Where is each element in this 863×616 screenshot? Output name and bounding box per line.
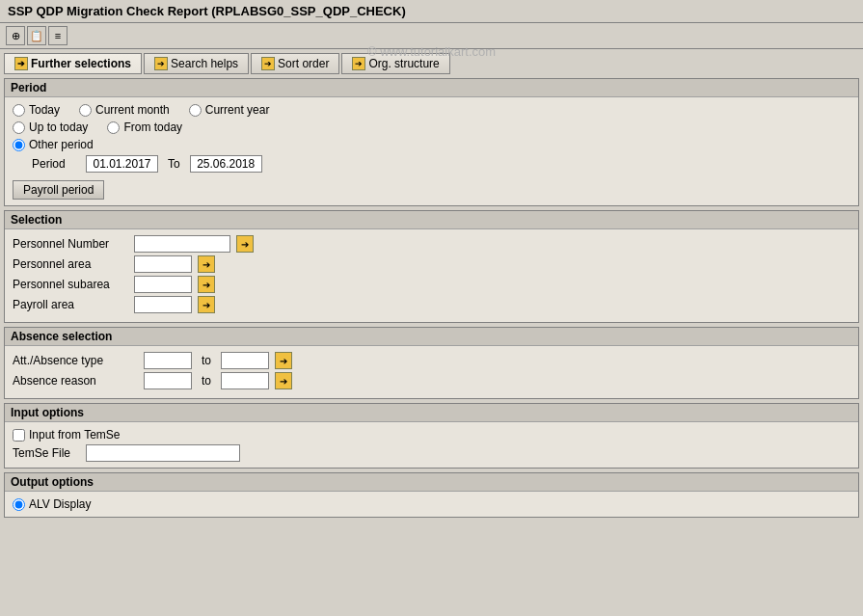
output-options-title: Output options bbox=[5, 473, 858, 492]
back-icon[interactable]: ⊕ bbox=[6, 26, 25, 45]
radio-today[interactable]: Today bbox=[13, 103, 60, 117]
selection-row-personnel-subarea: Personnel subarea ➔ bbox=[13, 276, 850, 293]
info-icon[interactable]: 📋 bbox=[27, 26, 46, 45]
to-label: To bbox=[168, 157, 180, 171]
absence-row-type: Att./Absence type to ➔ bbox=[13, 352, 850, 369]
selection-title: Selection bbox=[5, 211, 858, 229]
payroll-area-label: Payroll area bbox=[13, 298, 128, 311]
personnel-number-input[interactable] bbox=[134, 235, 230, 253]
selection-section: Selection Personnel Number ➔ Personnel a… bbox=[4, 210, 859, 323]
radio-other-period[interactable]: Other period bbox=[13, 138, 94, 151]
toolbar: ⊕ 📋 ≡ © www.tutorialkart.com bbox=[0, 23, 863, 49]
absence-title: Absence selection bbox=[5, 328, 858, 346]
period-from-input[interactable] bbox=[86, 155, 158, 173]
tab-search-helps[interactable]: ➔ Search helps bbox=[144, 53, 249, 74]
personnel-subarea-label: Personnel subarea bbox=[13, 278, 128, 291]
radio-current-month[interactable]: Current month bbox=[79, 103, 170, 117]
personnel-area-arrow-btn[interactable]: ➔ bbox=[198, 255, 215, 273]
payroll-area-input[interactable] bbox=[134, 296, 192, 313]
absence-reason-from[interactable] bbox=[144, 372, 192, 389]
temse-file-label: TemSe File bbox=[13, 446, 80, 460]
personnel-number-arrow-btn[interactable]: ➔ bbox=[236, 235, 254, 253]
personnel-area-label: Personnel area bbox=[13, 257, 128, 271]
absence-reason-label: Absence reason bbox=[13, 374, 138, 388]
absence-reason-to[interactable] bbox=[221, 372, 269, 389]
temse-file-input[interactable] bbox=[86, 444, 240, 462]
alv-display-radio[interactable] bbox=[13, 498, 25, 511]
personnel-number-label: Personnel Number bbox=[13, 237, 128, 251]
absence-reason-to-label: to bbox=[202, 374, 211, 388]
radio-current-year[interactable]: Current year bbox=[189, 103, 270, 117]
selection-row-payroll-area: Payroll area ➔ bbox=[13, 296, 850, 313]
absence-reason-arrow-btn[interactable]: ➔ bbox=[275, 372, 292, 389]
period-title: Period bbox=[5, 79, 858, 97]
att-absence-to-label: to bbox=[202, 354, 211, 367]
input-options-section: Input options Input from TemSe TemSe Fil… bbox=[4, 403, 859, 469]
tab-search-arrow: ➔ bbox=[154, 57, 168, 70]
radio-up-to-today[interactable]: Up to today bbox=[13, 121, 88, 134]
att-absence-type-from[interactable] bbox=[144, 352, 192, 369]
att-absence-type-label: Att./Absence type bbox=[13, 354, 138, 367]
selection-row-personnel-area: Personnel area ➔ bbox=[13, 255, 850, 273]
period-to-input[interactable] bbox=[190, 155, 262, 173]
absence-row-reason: Absence reason to ➔ bbox=[13, 372, 850, 389]
tab-further-selections[interactable]: ➔ Further selections bbox=[4, 53, 142, 74]
period-label: Period bbox=[32, 157, 80, 171]
personnel-subarea-arrow-btn[interactable]: ➔ bbox=[198, 276, 215, 293]
input-from-temse-checkbox[interactable] bbox=[13, 429, 25, 442]
tab-sort-order[interactable]: ➔ Sort order bbox=[251, 53, 339, 74]
tab-org-arrow: ➔ bbox=[352, 57, 365, 70]
tab-org-structure[interactable]: ➔ Org. structure bbox=[341, 53, 449, 74]
payroll-area-arrow-btn[interactable]: ➔ bbox=[198, 296, 215, 313]
tab-further-arrow: ➔ bbox=[14, 57, 28, 70]
tab-sort-arrow: ➔ bbox=[261, 57, 275, 70]
menu-icon[interactable]: ≡ bbox=[48, 26, 67, 45]
input-from-temse-checkbox-label[interactable]: Input from TemSe bbox=[13, 428, 850, 442]
personnel-area-input[interactable] bbox=[134, 255, 192, 273]
personnel-subarea-input[interactable] bbox=[134, 276, 192, 293]
tab-bar: ➔ Further selections ➔ Search helps ➔ So… bbox=[4, 53, 859, 74]
selection-row-personnel-number: Personnel Number ➔ bbox=[13, 235, 850, 253]
period-section: Period Today Current month Current year bbox=[4, 78, 859, 206]
payroll-period-button[interactable]: Payroll period bbox=[13, 180, 104, 200]
input-options-title: Input options bbox=[5, 404, 858, 422]
absence-section: Absence selection Att./Absence type to ➔… bbox=[4, 327, 859, 399]
radio-from-today[interactable]: From today bbox=[107, 121, 182, 134]
att-absence-type-to[interactable] bbox=[221, 352, 269, 369]
window-title: SSP QDP Migration Check Report (RPLABSG0… bbox=[8, 4, 406, 18]
output-options-section: Output options ALV Display bbox=[4, 472, 859, 518]
att-absence-type-arrow-btn[interactable]: ➔ bbox=[275, 352, 292, 369]
title-bar: SSP QDP Migration Check Report (RPLABSG0… bbox=[0, 0, 863, 23]
alv-display-radio-label[interactable]: ALV Display bbox=[13, 497, 850, 511]
